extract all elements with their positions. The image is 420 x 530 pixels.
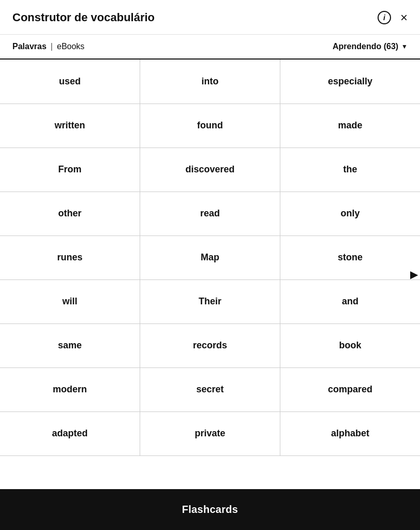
- table-row: otherreadonly: [0, 192, 420, 235]
- table-row: runesMapstone: [0, 235, 420, 279]
- info-button[interactable]: i: [378, 11, 391, 24]
- table-row: usedintoespecially: [0, 60, 420, 104]
- word-cell[interactable]: the: [280, 148, 420, 192]
- word-cell[interactable]: into: [140, 60, 280, 104]
- flashcards-button[interactable]: Flashcards: [0, 489, 420, 530]
- word-cell[interactable]: modern: [0, 367, 140, 411]
- table-row: samerecordsbook: [0, 323, 420, 367]
- nav-left: Palavras | eBooks: [12, 42, 84, 51]
- dropdown-arrow-icon: ▼: [401, 43, 408, 50]
- info-icon: i: [378, 11, 391, 24]
- word-cell[interactable]: adapted: [0, 411, 140, 455]
- learning-label: Aprendendo (63): [333, 42, 398, 51]
- ebooks-label[interactable]: eBooks: [57, 42, 84, 51]
- table-row: modernsecretcompared: [0, 367, 420, 411]
- table-row: Fromdiscoveredthe: [0, 148, 420, 192]
- word-cell[interactable]: discovered: [140, 148, 280, 192]
- word-cell[interactable]: written: [0, 104, 140, 148]
- word-cell[interactable]: especially: [280, 60, 420, 104]
- table-row: adaptedprivatealphabet: [0, 411, 420, 455]
- word-cell[interactable]: found: [140, 104, 280, 148]
- word-cell[interactable]: and: [280, 279, 420, 323]
- word-cell[interactable]: book: [280, 323, 420, 367]
- word-cell[interactable]: Their: [140, 279, 280, 323]
- word-cell[interactable]: Map: [140, 235, 280, 279]
- word-cell[interactable]: will: [0, 279, 140, 323]
- word-cell[interactable]: same: [0, 323, 140, 367]
- word-cell[interactable]: other: [0, 192, 140, 235]
- word-cell[interactable]: runes: [0, 235, 140, 279]
- word-grid: usedintoespeciallywrittenfoundmadeFromdi…: [0, 60, 420, 456]
- next-arrow-container: ▶: [408, 259, 420, 290]
- palavras-label[interactable]: Palavras: [12, 42, 47, 51]
- nav-bar: Palavras | eBooks Aprendendo (63) ▼: [0, 35, 420, 60]
- word-cell[interactable]: read: [140, 192, 280, 235]
- app-title: Construtor de vocabulário: [12, 11, 155, 24]
- next-arrow-icon[interactable]: ▶: [410, 268, 418, 281]
- word-cell[interactable]: stone: [280, 235, 420, 279]
- close-button[interactable]: ×: [400, 10, 408, 25]
- close-icon: ×: [400, 10, 408, 25]
- word-cell[interactable]: private: [140, 411, 280, 455]
- word-cell[interactable]: secret: [140, 367, 280, 411]
- word-cell[interactable]: made: [280, 104, 420, 148]
- word-cell[interactable]: only: [280, 192, 420, 235]
- table-row: writtenfoundmade: [0, 104, 420, 148]
- word-cell[interactable]: records: [140, 323, 280, 367]
- word-cell[interactable]: alphabet: [280, 411, 420, 455]
- word-cell[interactable]: used: [0, 60, 140, 104]
- word-cell[interactable]: From: [0, 148, 140, 192]
- header: Construtor de vocabulário i ×: [0, 0, 420, 35]
- nav-divider: |: [51, 42, 53, 51]
- header-icons: i ×: [378, 10, 408, 25]
- learning-dropdown[interactable]: Aprendendo (63) ▼: [333, 42, 408, 51]
- word-grid-container: usedintoespeciallywrittenfoundmadeFromdi…: [0, 60, 420, 489]
- word-cell[interactable]: compared: [280, 367, 420, 411]
- table-row: willTheirand: [0, 279, 420, 323]
- app-container: Construtor de vocabulário i × Palavras |…: [0, 0, 420, 530]
